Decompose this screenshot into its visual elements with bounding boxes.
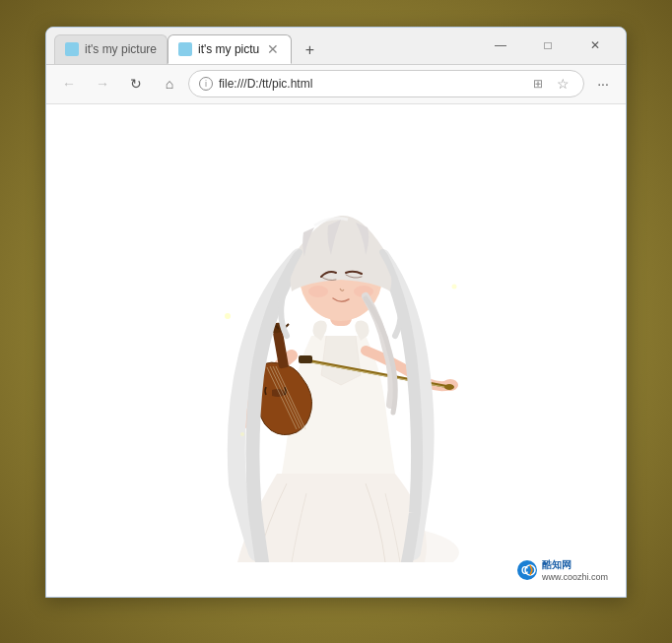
svg-point-25 (452, 284, 457, 289)
svg-point-27 (240, 432, 244, 436)
favorite-button[interactable]: ☆ (552, 73, 573, 95)
more-options-icon: ··· (597, 76, 609, 92)
svg-rect-17 (299, 355, 312, 363)
tab-label-2: it's my pictu (198, 42, 259, 56)
close-button[interactable]: ✕ (572, 30, 618, 61)
tab-active[interactable]: it's my pictu ✕ (168, 34, 292, 64)
minimize-icon: — (495, 38, 506, 52)
navigation-bar: ← → ↻ ⌂ i file:///D:/tt/pic.html ⊞ ☆ ··· (46, 65, 626, 104)
reader-icon[interactable]: ⊞ (530, 76, 546, 92)
browser-window: it's my picture it's my pictu ✕ + — □ ✕ (45, 27, 627, 598)
svg-point-21 (308, 286, 328, 297)
address-text: file:///D:/tt/pic.html (219, 77, 524, 91)
new-tab-button[interactable]: + (296, 36, 323, 64)
back-button[interactable]: ← (54, 69, 84, 98)
watermark: C 酷知网 www.coozhi.com (510, 555, 614, 585)
maximize-button[interactable]: □ (525, 30, 571, 61)
content-area (46, 104, 626, 597)
watermark-logo: C (516, 559, 538, 581)
info-icon: i (199, 77, 213, 91)
watermark-text-block: 酷知网 www.coozhi.com (542, 558, 608, 582)
svg-point-16 (444, 384, 454, 390)
tab-icon-1 (65, 42, 79, 56)
plus-icon: + (305, 41, 314, 59)
title-bar: it's my picture it's my pictu ✕ + — □ ✕ (46, 28, 626, 65)
close-icon: ✕ (590, 38, 600, 52)
refresh-icon: ↻ (130, 76, 142, 92)
svg-point-23 (225, 313, 231, 319)
forward-button[interactable]: → (88, 69, 117, 98)
tabs-area: it's my picture it's my pictu ✕ + (46, 28, 470, 64)
minimize-button[interactable]: — (478, 30, 523, 61)
forward-icon: → (96, 76, 109, 92)
home-icon: ⌂ (166, 76, 173, 92)
anime-illustration (168, 139, 504, 562)
svg-point-26 (458, 290, 460, 292)
tab-label-1: it's my picture (85, 42, 157, 56)
watermark-site: 酷知网 (542, 558, 608, 572)
anime-svg (168, 139, 504, 562)
tab-inactive[interactable]: it's my picture (54, 34, 168, 64)
svg-point-24 (222, 309, 225, 312)
address-bar[interactable]: i file:///D:/tt/pic.html ⊞ ☆ (188, 70, 584, 97)
more-options-button[interactable]: ··· (588, 69, 618, 98)
home-button[interactable]: ⌂ (155, 69, 184, 98)
maximize-icon: □ (544, 38, 551, 52)
tab-close-button[interactable]: ✕ (265, 42, 281, 56)
back-icon: ← (62, 76, 76, 92)
tab-icon-2 (178, 42, 192, 56)
refresh-button[interactable]: ↻ (121, 69, 151, 98)
watermark-url: www.coozhi.com (542, 572, 608, 582)
window-controls: — □ ✕ (470, 28, 626, 64)
